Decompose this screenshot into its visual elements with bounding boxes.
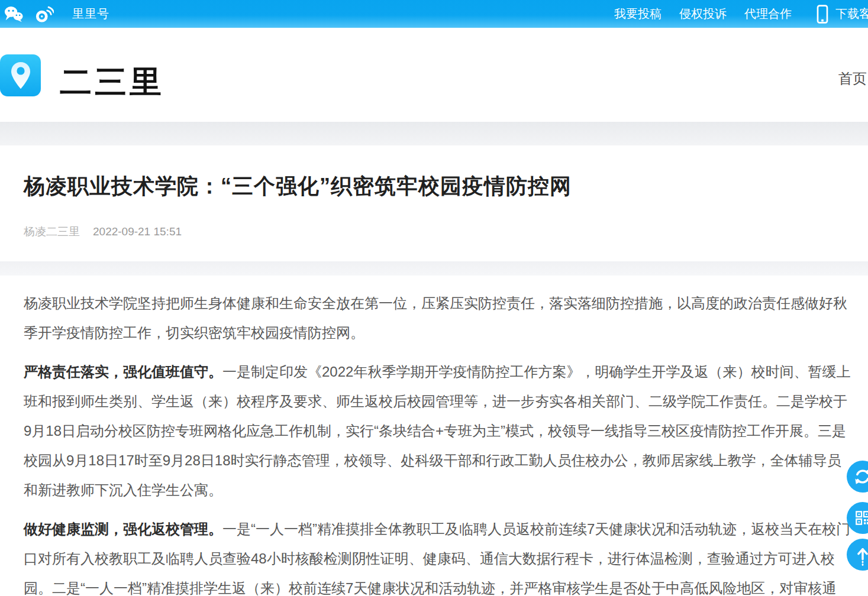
article-paragraph: 杨凌职业技术学院坚持把师生身体健康和生命安全放在第一位，压紧压实防控责任，落实落… (24, 289, 853, 348)
paragraph-lead: 严格责任落实，强化值班值守。 (24, 364, 222, 380)
wechat-icon[interactable] (4, 4, 24, 24)
download-app-button[interactable]: 下载客户端 (817, 5, 868, 24)
article-paragraph: 严格责任落实，强化值班值守。一是制定印发《2022年秋季学期开学疫情防控工作方案… (24, 357, 853, 505)
infringement-complaint-link[interactable]: 侵权投诉 (679, 6, 727, 22)
site-header: 二三里 首页 (0, 28, 868, 122)
location-pin-icon (9, 61, 32, 90)
article-author[interactable]: 杨凌二三里 (24, 224, 80, 239)
site-logo[interactable] (0, 54, 41, 96)
article-body: 杨凌职业技术学院坚持把师生身体健康和生命安全放在第一位，压紧压实防控责任，落实落… (0, 276, 868, 596)
qr-code-icon (852, 507, 868, 529)
site-logo-text[interactable]: 二三里 (60, 61, 164, 104)
nav-home-link[interactable]: 首页 (838, 69, 867, 88)
download-app-label: 下载客户端 (835, 6, 868, 22)
article-paragraph: 做好健康监测，强化返校管理。一是“一人一档”精准摸排全体教职工及临聘人员返校前连… (24, 514, 853, 596)
up-arrow-icon (851, 543, 868, 566)
paragraph-text: 杨凌职业技术学院坚持把师生身体健康和生命安全放在第一位，压紧压实防控责任，落实落… (24, 295, 847, 341)
article-timestamp: 2022-09-21 15:51 (93, 225, 182, 238)
phone-icon (817, 5, 828, 24)
topbar: 里里号 我要投稿 侵权投诉 代理合作 下载客户端 (0, 0, 868, 28)
weibo-icon[interactable] (34, 4, 54, 24)
divider-band-bottom (0, 261, 868, 276)
article-title: 杨凌职业技术学院：“三个强化”织密筑牢校园疫情防控网 (24, 173, 844, 199)
submit-article-link[interactable]: 我要投稿 (614, 6, 662, 22)
divider-band-top (0, 122, 868, 145)
article-byline: 杨凌二三里 2022-09-21 15:51 (24, 224, 844, 239)
agency-cooperation-link[interactable]: 代理合作 (744, 6, 792, 22)
topbar-brand[interactable]: 里里号 (72, 6, 109, 22)
topbar-menu: 我要投稿 侵权投诉 代理合作 下载客户端 (614, 0, 868, 28)
article-header: 杨凌职业技术学院：“三个强化”织密筑牢校园疫情防控网 杨凌二三里 2022-09… (0, 145, 868, 261)
paragraph-text: 一是制定印发《2022年秋季学期开学疫情防控工作方案》，明确学生开学及返（来）校… (24, 364, 850, 498)
refresh-icon (851, 465, 868, 488)
topbar-social-group: 里里号 (0, 4, 109, 24)
paragraph-lead: 做好健康监测，强化返校管理。 (24, 521, 222, 537)
